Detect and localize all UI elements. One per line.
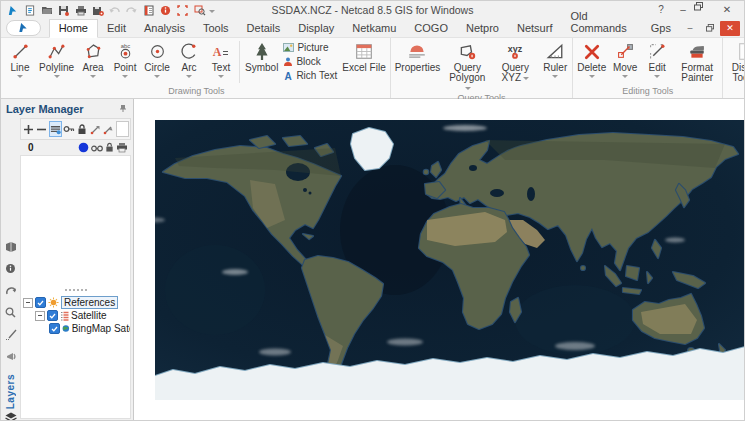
tree-row-references[interactable]: References	[23, 296, 130, 309]
picture-button[interactable]: Picture	[283, 42, 337, 53]
restore-button[interactable]	[694, 2, 716, 19]
layer-lock-icon[interactable]	[105, 142, 114, 153]
bingmap-checkbox[interactable]	[49, 323, 60, 334]
announce-icon[interactable]	[4, 350, 18, 363]
tree-row-bingmap[interactable]: BingMap Satellite I	[23, 322, 130, 335]
tab-edit[interactable]: Edit	[98, 20, 135, 37]
arc-caret-icon[interactable]	[186, 75, 192, 78]
tab-home[interactable]: Home	[49, 19, 98, 38]
quick-access-caret-icon[interactable]	[209, 10, 215, 13]
delete-caret-icon[interactable]	[589, 75, 595, 78]
polyline-caret-icon[interactable]	[54, 75, 60, 78]
lower-layer-button[interactable]	[102, 121, 114, 137]
book-icon[interactable]	[4, 240, 18, 253]
line-caret-icon[interactable]	[17, 75, 23, 78]
report-icon[interactable]	[141, 3, 156, 17]
collapse-icon[interactable]	[35, 311, 45, 321]
properties-button[interactable]: Properties	[392, 38, 444, 93]
edit-caret-icon[interactable]	[654, 75, 660, 78]
tab-netsurf[interactable]: Netsurf	[508, 20, 561, 37]
close-button[interactable]: ✕	[716, 2, 738, 19]
tab-display[interactable]: Display	[289, 20, 343, 37]
print-icon[interactable]	[73, 3, 88, 17]
tab-cogo[interactable]: COGO	[405, 20, 457, 37]
splitter-grip[interactable]	[21, 289, 130, 291]
layers-icon	[5, 412, 17, 421]
tab-gps[interactable]: Gps	[642, 20, 680, 37]
undo-icon[interactable]	[107, 3, 122, 17]
tab-analysis[interactable]: Analysis	[135, 20, 194, 37]
minimize-button[interactable]: –	[672, 2, 694, 19]
layer-list[interactable]: References Satellite	[20, 155, 131, 419]
sketch-icon[interactable]	[4, 328, 18, 341]
move-caret-icon[interactable]	[622, 75, 628, 78]
color-swatch[interactable]	[116, 121, 129, 137]
document-close-button[interactable]: ✕	[720, 21, 740, 36]
pin-icon[interactable]	[119, 104, 127, 113]
delete-button[interactable]: Delete	[574, 38, 609, 86]
open-file-icon[interactable]	[39, 3, 54, 17]
save-all-icon[interactable]	[90, 3, 105, 17]
new-file-icon[interactable]	[22, 3, 37, 17]
layer-row[interactable]: 0	[20, 140, 131, 155]
point-button[interactable]: abc Point	[109, 38, 141, 86]
area-button[interactable]: Area	[77, 38, 109, 86]
layers-side-tab[interactable]: Layers	[5, 374, 17, 421]
app-menu-button[interactable]	[6, 20, 41, 36]
zoom-extents-icon[interactable]	[175, 3, 190, 17]
collapse-icon[interactable]	[23, 298, 33, 308]
pan-icon[interactable]	[4, 284, 18, 297]
raise-layer-button[interactable]	[89, 121, 101, 137]
remove-layer-button[interactable]	[35, 121, 47, 137]
tab-netkamu[interactable]: Netkamu	[343, 20, 405, 37]
display-tools-button[interactable]: Display Tools	[724, 38, 745, 86]
layer-print-icon[interactable]	[116, 142, 128, 153]
ruler-button[interactable]: Ruler	[539, 38, 571, 93]
redo-icon[interactable]	[124, 3, 139, 17]
format-painter-button[interactable]: Format Painter	[673, 38, 721, 86]
ribbon-group-drawing-tools: Line Polyline Area abc Point	[3, 38, 391, 98]
edit-button[interactable]: Edit	[641, 38, 673, 86]
tree-row-satellite[interactable]: Satellite	[23, 309, 130, 322]
line-button[interactable]: Line	[4, 38, 36, 86]
satellite-checkbox[interactable]	[47, 310, 58, 321]
query-xyz-button[interactable]: xyz Query XYZ	[491, 38, 539, 93]
area-caret-icon[interactable]	[90, 75, 96, 78]
zoom-window-icon[interactable]	[192, 3, 207, 17]
tab-old-commands[interactable]: Old Commands	[561, 8, 641, 37]
query-polygon-button[interactable]: Query Polygon	[443, 38, 491, 93]
point-caret-icon[interactable]	[122, 75, 128, 78]
help-button[interactable]: ?	[650, 2, 672, 19]
lock-button[interactable]	[76, 121, 88, 137]
add-layer-button[interactable]	[22, 121, 34, 137]
map-canvas[interactable]	[134, 99, 744, 421]
visibility-glasses-icon[interactable]	[91, 144, 103, 152]
info-circle-icon[interactable]	[4, 262, 18, 275]
excel-file-button[interactable]: Excel File	[339, 38, 388, 86]
symbol-button[interactable]: Symbol	[242, 38, 281, 86]
search-icon[interactable]	[4, 306, 18, 319]
netcad-logo-icon[interactable]	[5, 3, 20, 17]
layer-list-button[interactable]	[49, 121, 62, 137]
tab-details[interactable]: Details	[238, 20, 290, 37]
polyline-button[interactable]: Polyline	[36, 38, 77, 86]
references-checkbox[interactable]	[35, 297, 46, 308]
info-icon[interactable]	[158, 3, 173, 17]
document-restore-button[interactable]	[700, 21, 720, 36]
key-button[interactable]	[63, 121, 75, 137]
world-map-satellite[interactable]	[155, 120, 744, 400]
circle-caret-icon[interactable]	[154, 75, 160, 78]
document-minimize-button[interactable]: –	[680, 21, 700, 36]
text-button[interactable]: A Text	[205, 38, 237, 86]
block-button[interactable]: Block	[283, 56, 337, 67]
circle-button[interactable]: Circle	[141, 38, 173, 86]
move-button[interactable]: Move	[609, 38, 641, 86]
tab-netpro[interactable]: Netpro	[457, 20, 508, 37]
layer-color-dot[interactable]	[78, 142, 89, 153]
arc-button[interactable]: Arc	[173, 38, 205, 86]
text-caret-icon[interactable]	[218, 75, 224, 78]
rich-text-button[interactable]: A Rich Text	[283, 70, 337, 81]
tab-tools[interactable]: Tools	[194, 20, 238, 37]
ruler-caret-icon[interactable]	[552, 75, 558, 78]
save-icon[interactable]	[56, 3, 71, 17]
